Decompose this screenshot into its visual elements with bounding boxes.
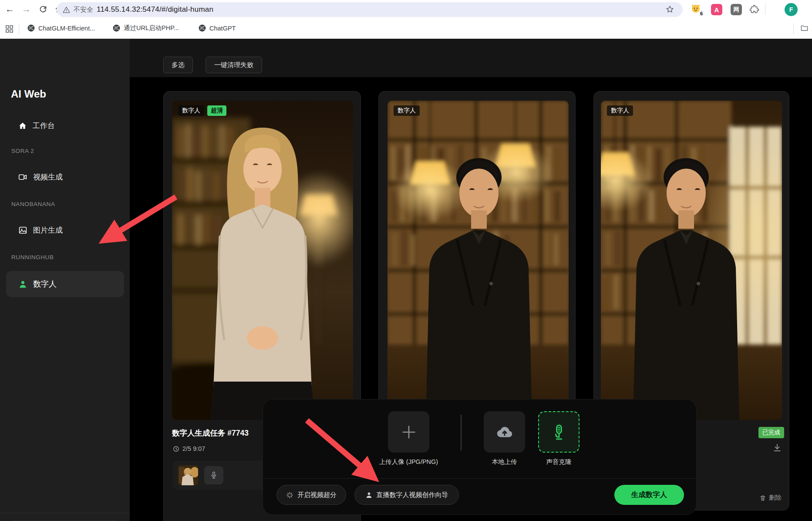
microphone-icon (209, 471, 218, 480)
voice-sample-button[interactable] (204, 466, 223, 484)
digital-human-tag: 数字人 (394, 105, 420, 116)
globe-favicon-icon (198, 24, 206, 32)
bookmark-chatgpt[interactable]: ChatGPT (198, 24, 236, 32)
extensions-puzzle-icon[interactable] (750, 4, 760, 14)
section-label-nanobanana: NANOBANANA (11, 201, 55, 207)
upload-portrait-dropzone[interactable] (388, 411, 429, 453)
digital-human-tag: 数字人 (607, 105, 633, 116)
security-label: 不安全 (74, 6, 93, 14)
person-icon (365, 491, 373, 499)
bookmarks-right-divider (793, 24, 794, 34)
studio-microphone-icon (550, 423, 568, 441)
download-icon[interactable] (772, 443, 782, 453)
extension-badge: 6 (698, 10, 704, 17)
url-bar[interactable]: 不安全 114.55.14.32:5474/#/digital-human (57, 2, 683, 17)
section-label-sora2: SORA 2 (11, 148, 34, 154)
toolbar-divider (765, 3, 765, 15)
card-time: 2/5 9:07 (173, 445, 205, 452)
panel-hr (263, 478, 696, 479)
portrait-man-lamps-image: 数字人 (387, 101, 569, 420)
browser-toolbar: ← → 不安全 114.55.14.32:5474/#/digital-huma… (0, 0, 812, 19)
status-badge-completed: 已完成 (758, 427, 784, 438)
cat-extension-icon[interactable]: 6 (690, 3, 701, 14)
sidebar-item-video-generation[interactable]: 视频生成 (18, 172, 63, 182)
cloud-upload-icon (495, 423, 514, 441)
url-text: 114.55.14.32:5474/#/digital-human (97, 5, 213, 14)
bookmarks-divider (19, 24, 19, 34)
portrait-man-window-image: 数字人 (601, 101, 782, 420)
upload-portrait-label: 上传人像 (JPG/PNG) (366, 458, 451, 466)
translate-extension-icon[interactable]: A (711, 4, 722, 15)
voice-clone-label: 声音克隆 (525, 458, 593, 466)
not-secure-warning-icon (63, 6, 70, 14)
back-icon[interactable]: ← (5, 4, 14, 14)
sidebar-item-workbench[interactable]: 工作台 (18, 121, 55, 131)
apps-grid-icon[interactable] (5, 25, 13, 33)
local-upload-button[interactable] (484, 411, 525, 453)
hd-quality-tag: 超清 (207, 105, 226, 116)
delete-button[interactable]: 删除 (759, 494, 782, 502)
person-icon (18, 280, 27, 289)
panel-divider (461, 415, 462, 450)
image-icon (18, 226, 27, 235)
multi-select-button[interactable]: 多选 (163, 57, 193, 73)
card-title: 数字人生成任务 #7743 (172, 428, 249, 438)
generate-digital-human-button[interactable]: 生成数字人 (614, 485, 684, 505)
portrait-woman-image: 数字人 超清 (172, 101, 353, 420)
clean-failed-button[interactable]: 一键清理失败 (206, 57, 262, 73)
bookmarks-bar: ChatGLM-Efficient... 通过URL启动PHP... ChatG… (0, 19, 812, 39)
sidebar: AI Web 工作台 SORA 2 视频生成 NANOBANANA 图片生成 R… (0, 39, 130, 521)
home-icon (18, 122, 27, 130)
bookmark-php-url[interactable]: 通过URL启动PHP... (112, 24, 179, 32)
portrait-thumbnail[interactable] (178, 465, 198, 485)
sidebar-item-image-generation[interactable]: 图片生成 (18, 225, 63, 235)
live-wizard-button[interactable]: 直播数字人视频创作向导 (354, 485, 459, 505)
trash-icon (759, 494, 766, 501)
sidebar-item-digital-human[interactable]: 数字人 (6, 271, 124, 297)
refresh-icon[interactable] (38, 4, 48, 14)
bookmark-chatglm[interactable]: ChatGLM-Efficient... (27, 24, 95, 32)
forward-icon[interactable]: → (22, 4, 31, 14)
generation-panel: 上传人像 (JPG/PNG) 本地上传 声音克隆 开启视频超分 直播数字人视频创… (263, 399, 697, 515)
all-bookmarks[interactable]: 所有书签 (800, 24, 812, 32)
sidebar-footer-divider (0, 513, 130, 513)
video-camera-icon (18, 173, 27, 182)
web-extension-icon[interactable]: 网 (731, 4, 742, 15)
folder-icon (800, 24, 809, 32)
digital-human-tag: 数字人 (178, 105, 204, 116)
plus-icon (400, 423, 418, 441)
section-label-runninghub: RUNNINGHUB (11, 254, 54, 260)
sparkle-spinner-icon (286, 491, 293, 499)
voice-clone-button[interactable] (538, 411, 580, 453)
bookmark-star-icon[interactable] (665, 5, 674, 14)
profile-avatar[interactable]: F (785, 3, 798, 16)
globe-favicon-icon (112, 24, 121, 32)
super-resolution-button[interactable]: 开启视频超分 (276, 485, 346, 505)
globe-favicon-icon (27, 24, 35, 32)
clock-icon (173, 446, 179, 452)
app-title: AI Web (11, 88, 46, 100)
